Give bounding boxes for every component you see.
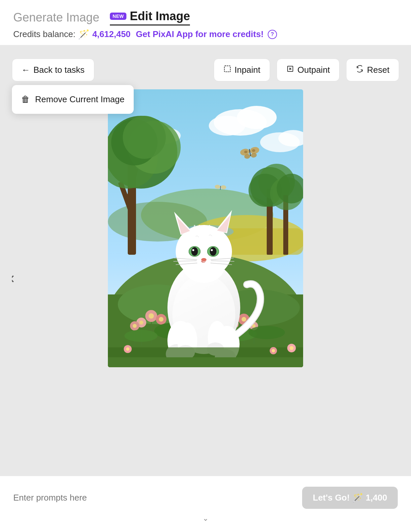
outpaint-icon (286, 65, 294, 75)
outpaint-label: Outpaint (297, 65, 330, 75)
svg-point-20 (123, 116, 166, 159)
arrow-left-icon: ← (22, 65, 30, 75)
toolbar-right: Inpaint Outpaint Reset (214, 59, 399, 81)
toolbar: ← Back to tasks 🗑 Remove Current Image I… (12, 59, 399, 81)
svg-point-105 (201, 258, 206, 261)
lets-go-button[interactable]: Let's Go! 🪄 1,400 (302, 487, 398, 509)
chevron-down-icon[interactable]: ⌄ (203, 514, 208, 523)
svg-point-116 (272, 349, 275, 352)
svg-point-54 (159, 317, 163, 322)
reset-button[interactable]: Reset (346, 59, 399, 81)
svg-point-60 (133, 324, 137, 328)
svg-point-102 (210, 247, 216, 256)
main-content: ← Back to tasks 🗑 Remove Current Image I… (0, 45, 411, 532)
header: Generate Image NEW Edit Image Credits ba… (0, 0, 411, 45)
outpaint-button[interactable]: Outpaint (277, 59, 340, 81)
reset-icon (356, 65, 364, 75)
tab-edit-image[interactable]: NEW Edit Image (110, 9, 190, 25)
svg-point-98 (191, 247, 198, 256)
lets-go-icon: 🪄 (352, 493, 363, 503)
left-arrow-icon[interactable]: ✕ (12, 272, 15, 286)
svg-point-118 (290, 346, 294, 350)
inpaint-icon (223, 65, 231, 75)
svg-point-114 (126, 347, 129, 351)
reset-label: Reset (367, 65, 389, 75)
credits-cta-link[interactable]: Get PixAI App for more credits! (136, 29, 264, 39)
tabs-row: Generate Image NEW Edit Image (13, 9, 398, 25)
svg-rect-119 (108, 357, 303, 367)
credits-label: Credits balance: (13, 29, 75, 39)
lets-go-cost: 1,400 (366, 493, 387, 503)
svg-point-99 (192, 249, 194, 251)
svg-point-5 (209, 116, 245, 136)
back-to-tasks-button[interactable]: ← Back to tasks (12, 59, 94, 81)
svg-point-78 (249, 326, 285, 339)
svg-point-79 (124, 330, 158, 342)
svg-rect-0 (224, 66, 230, 72)
prompt-input[interactable] (13, 493, 297, 503)
svg-point-72 (242, 317, 246, 322)
lets-go-label: Let's Go! (313, 493, 350, 503)
chevron-down-row: ⌄ (13, 514, 398, 523)
svg-point-57 (139, 321, 143, 325)
remove-image-label: Remove Current Image (35, 94, 124, 105)
bottom-bar: Let's Go! 🪄 1,400 ⌄ (0, 476, 411, 532)
back-button-label: Back to tasks (33, 65, 85, 75)
tab-generate[interactable]: Generate Image (13, 11, 99, 24)
trash-icon: 🗑 (21, 94, 30, 105)
new-badge: NEW (110, 13, 126, 20)
svg-point-103 (211, 249, 213, 251)
help-icon[interactable]: ? (268, 30, 277, 39)
main-image (108, 89, 303, 367)
svg-point-51 (149, 313, 154, 319)
tab-edit-label: Edit Image (130, 9, 190, 23)
credits-amount: 4,612,450 (92, 29, 131, 39)
credits-icon: 🪄 (78, 29, 90, 40)
credits-row: Credits balance: 🪄 4,612,450 Get PixAI A… (13, 29, 398, 40)
dropdown-menu: 🗑 Remove Current Image (12, 85, 134, 114)
inpaint-label: Inpaint (235, 65, 260, 75)
remove-current-image-item[interactable]: 🗑 Remove Current Image (13, 88, 132, 111)
prompt-row: Let's Go! 🪄 1,400 (13, 487, 398, 509)
image-area: ✕ (12, 89, 399, 469)
inpaint-button[interactable]: Inpaint (214, 59, 270, 81)
